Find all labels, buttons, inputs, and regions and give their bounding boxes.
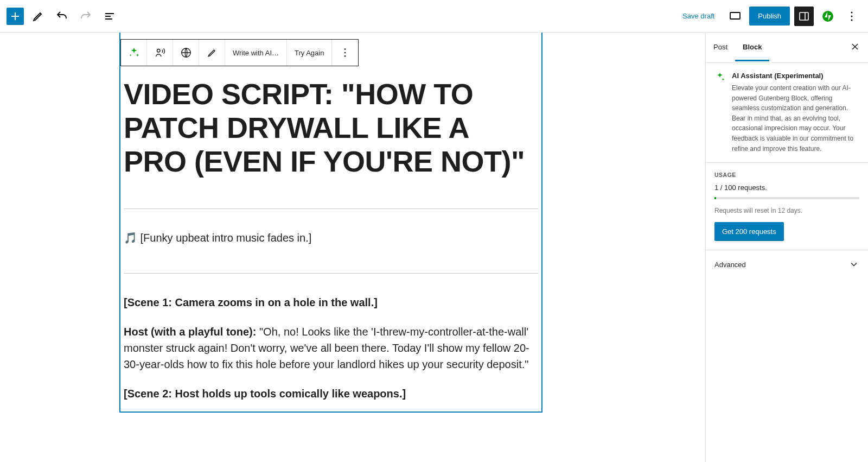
separator bbox=[124, 208, 538, 209]
main-area: Write with AI… Try Again VIDEO SCRIPT: "… bbox=[0, 33, 868, 462]
jetpack-button[interactable] bbox=[818, 7, 838, 26]
undo-icon bbox=[55, 10, 68, 23]
undo-button[interactable] bbox=[52, 7, 72, 26]
save-draft-button[interactable]: Save draft bbox=[676, 8, 721, 24]
write-with-ai-button[interactable]: Write with AI… bbox=[225, 40, 287, 66]
intro-music-line[interactable]: 🎵 [Funky upbeat intro music fades in.] bbox=[120, 226, 541, 256]
sidebar-icon bbox=[797, 10, 810, 23]
svg-point-6 bbox=[157, 49, 160, 53]
jetpack-icon bbox=[821, 10, 834, 23]
advanced-label: Advanced bbox=[714, 261, 746, 269]
globe-icon bbox=[180, 47, 192, 59]
chevron-down-icon bbox=[848, 259, 859, 270]
usage-label: USAGE bbox=[714, 172, 859, 178]
usage-count: 1 / 100 requests. bbox=[714, 183, 859, 192]
usage-progress-bar bbox=[714, 197, 859, 199]
separator bbox=[124, 273, 538, 274]
desktop-icon bbox=[729, 10, 742, 23]
sidebar-tabs: Post Block bbox=[706, 33, 868, 63]
svg-point-9 bbox=[344, 52, 346, 54]
ai-assistant-block[interactable]: Write with AI… Try Again VIDEO SCRIPT: "… bbox=[119, 33, 542, 413]
host-line[interactable]: Host (with a playful tone): "Oh, no! Loo… bbox=[120, 320, 541, 382]
try-again-button[interactable]: Try Again bbox=[287, 40, 332, 66]
edit-tool-button[interactable] bbox=[28, 7, 48, 26]
svg-point-5 bbox=[851, 19, 853, 21]
preview-button[interactable] bbox=[725, 7, 745, 26]
svg-point-4 bbox=[851, 15, 853, 17]
usage-reset-text: Requests will reset in 12 days. bbox=[714, 207, 859, 214]
svg-point-3 bbox=[851, 11, 853, 13]
get-requests-button[interactable]: Get 200 requests bbox=[714, 222, 784, 241]
redo-icon bbox=[79, 10, 92, 23]
document-overview-button[interactable] bbox=[100, 7, 119, 26]
ai-panel-title: AI Assistant (Experimental) bbox=[732, 72, 859, 80]
plus-icon bbox=[9, 10, 22, 23]
scene2-heading[interactable]: [Scene 2: Host holds up tools comically … bbox=[120, 382, 541, 412]
more-options-button[interactable] bbox=[842, 7, 861, 26]
ai-panel-description: Elevate your content creation with our A… bbox=[732, 83, 859, 154]
tab-block[interactable]: Block bbox=[735, 34, 769, 61]
sparkles-icon bbox=[128, 47, 140, 59]
sparkles-icon bbox=[714, 72, 725, 154]
block-more-button[interactable] bbox=[332, 40, 358, 66]
toolbar-left bbox=[7, 7, 119, 26]
more-vertical-icon bbox=[845, 10, 858, 23]
redo-button[interactable] bbox=[76, 7, 95, 26]
scene1-heading[interactable]: [Scene 1: Camera zooms in on a hole in t… bbox=[120, 291, 541, 320]
close-icon bbox=[850, 41, 860, 52]
settings-sidebar-toggle[interactable] bbox=[794, 7, 814, 26]
voice-tone-button[interactable] bbox=[147, 40, 173, 66]
list-icon bbox=[103, 10, 116, 23]
voice-icon bbox=[154, 47, 166, 59]
top-toolbar: Save draft Publish bbox=[0, 0, 868, 33]
language-button[interactable] bbox=[173, 40, 199, 66]
toolbar-right: Save draft Publish bbox=[676, 7, 861, 26]
svg-point-8 bbox=[344, 48, 346, 50]
add-block-button[interactable] bbox=[7, 8, 24, 25]
tab-post[interactable]: Post bbox=[706, 34, 735, 61]
improve-button[interactable] bbox=[199, 40, 225, 66]
pencil-icon bbox=[31, 10, 44, 23]
ai-assistant-panel: AI Assistant (Experimental) Elevate your… bbox=[706, 63, 868, 163]
editor-canvas[interactable]: Write with AI… Try Again VIDEO SCRIPT: "… bbox=[0, 33, 705, 462]
usage-panel: USAGE 1 / 100 requests. Requests will re… bbox=[706, 163, 868, 250]
svg-point-2 bbox=[822, 11, 833, 22]
svg-rect-0 bbox=[730, 12, 740, 19]
block-toolbar: Write with AI… Try Again bbox=[120, 39, 359, 66]
svg-rect-1 bbox=[800, 12, 808, 20]
more-vertical-icon bbox=[339, 47, 351, 59]
advanced-panel-toggle[interactable]: Advanced bbox=[706, 250, 868, 279]
publish-button[interactable]: Publish bbox=[749, 7, 790, 26]
close-sidebar-button[interactable] bbox=[842, 33, 868, 62]
svg-point-10 bbox=[344, 55, 346, 57]
pencil-icon bbox=[207, 47, 218, 58]
settings-sidebar: Post Block AI Assistant (Experimental) E… bbox=[705, 33, 868, 462]
post-title[interactable]: VIDEO SCRIPT: "HOW TO PATCH DRYWALL LIKE… bbox=[120, 72, 541, 191]
ai-block-type-button[interactable] bbox=[121, 40, 147, 66]
